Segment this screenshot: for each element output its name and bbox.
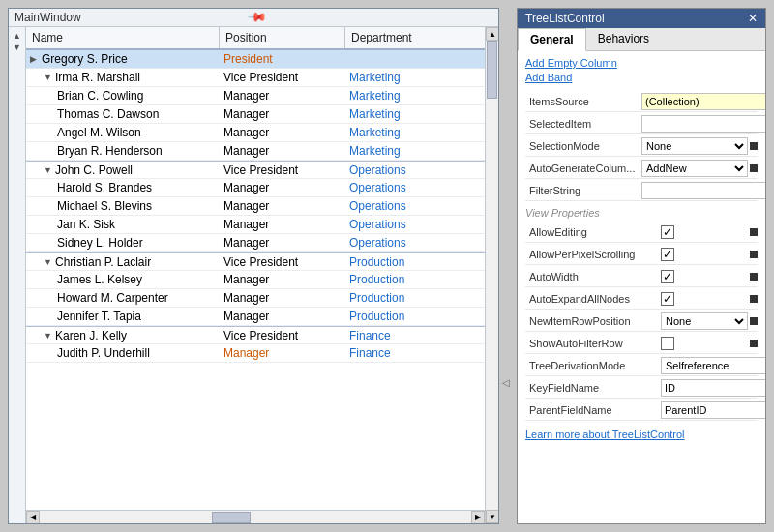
filter-string-label: FilterString xyxy=(525,183,641,198)
expand-icon[interactable]: ▼ xyxy=(44,331,53,340)
add-empty-column-link[interactable]: Add Empty Column xyxy=(525,57,758,69)
scroll-thumb-h[interactable] xyxy=(212,512,251,523)
dept-cell: Production xyxy=(345,289,485,308)
col-header-department[interactable]: Department xyxy=(345,27,485,48)
auto-generate-select[interactable]: AddNewAlwaysNever xyxy=(641,160,748,177)
expand-icon[interactable]: ▼ xyxy=(44,165,53,175)
key-field-label: KeyFieldName xyxy=(525,380,661,396)
close-icon[interactable]: ✕ xyxy=(748,12,758,25)
learn-more-link[interactable]: Learn more about TreeListControl xyxy=(525,429,758,440)
key-field-input[interactable] xyxy=(661,379,765,397)
position-cell: Manager xyxy=(220,234,345,252)
filter-string-input[interactable] xyxy=(641,182,765,199)
scroll-right-btn[interactable]: ▶ xyxy=(471,511,485,524)
allow-per-pixel-checkbox[interactable]: ✓ xyxy=(661,248,674,261)
name-cell: ▼ Christian P. Laclair xyxy=(26,253,220,271)
table-row[interactable]: Judith P. Underhill Manager Finance xyxy=(26,344,485,363)
allow-per-pixel-label: AllowPerPixelScrolling xyxy=(525,247,661,262)
table-row[interactable]: ▼ Karen J. Kelly Vice President Finance xyxy=(26,326,485,344)
col-header-position[interactable]: Position xyxy=(220,27,345,48)
allow-per-pixel-row: AllowPerPixelScrolling ✓ xyxy=(525,244,758,265)
items-source-value xyxy=(641,93,765,110)
table-row[interactable]: Howard M. Carpenter Manager Production xyxy=(26,289,485,308)
auto-expand-checkbox[interactable]: ✓ xyxy=(661,292,674,306)
new-item-row-pos-value: NoneTopBottom xyxy=(661,312,758,330)
allow-editing-checkbox[interactable]: ✓ xyxy=(661,225,674,239)
name-cell: ▶ Gregory S. Price xyxy=(26,50,220,69)
filter-string-row: FilterString ... xyxy=(525,180,758,201)
nav-arrow-down[interactable]: ▼ xyxy=(13,43,21,52)
allow-editing-row: AllowEditing ✓ xyxy=(525,222,758,243)
name-cell: Judith P. Underhill xyxy=(26,344,220,363)
parent-field-input[interactable] xyxy=(661,401,765,419)
table-row[interactable]: James L. Kelsey Manager Production xyxy=(26,271,485,289)
auto-width-checkbox[interactable]: ✓ xyxy=(661,270,674,283)
scroll-thumb-v[interactable] xyxy=(487,41,497,99)
show-auto-filter-checkbox[interactable] xyxy=(661,337,674,350)
row-name: Christian P. Laclair xyxy=(55,255,151,269)
expand-icon[interactable]: ▼ xyxy=(44,73,53,82)
position-cell: Manager xyxy=(220,344,345,363)
new-item-row-pos-select[interactable]: NoneTopBottom xyxy=(661,312,748,330)
tree-body: ▶ Gregory S. Price President ▼ Irma R. M… xyxy=(26,50,485,510)
scroll-track-v[interactable] xyxy=(486,41,498,510)
main-window-title: MainWindow xyxy=(15,11,81,24)
allow-editing-label: AllowEditing xyxy=(525,224,661,240)
tree-derivation-select[interactable]: SelfreferenceHierarchicalDataTemplate xyxy=(661,357,765,374)
add-band-link[interactable]: Add Band xyxy=(525,72,758,83)
auto-expand-value: ✓ xyxy=(661,292,758,306)
items-source-label: ItemsSource xyxy=(525,94,641,109)
scroll-down-btn[interactable]: ▼ xyxy=(486,510,498,523)
table-row[interactable]: Thomas C. Dawson Manager Marketing xyxy=(26,105,485,124)
table-row[interactable]: ▼ John C. Powell Vice President Operatio… xyxy=(26,161,485,179)
expand-icon[interactable]: ▶ xyxy=(30,54,40,64)
auto-width-square xyxy=(750,273,758,281)
nav-arrow-up[interactable]: ▲ xyxy=(13,31,21,41)
table-row[interactable]: ▼ Irma R. Marshall Vice President Market… xyxy=(26,69,485,87)
show-auto-filter-row: ShowAutoFilterRow xyxy=(525,333,758,354)
selection-mode-select[interactable]: NoneSingleMultiple xyxy=(641,137,748,155)
expand-icon[interactable]: ▼ xyxy=(44,257,53,267)
table-row[interactable]: Brian C. Cowling Manager Marketing xyxy=(26,87,485,105)
table-row[interactable]: ▼ Christian P. Laclair Vice President Pr… xyxy=(26,252,485,271)
auto-width-value: ✓ xyxy=(661,270,758,283)
name-cell: Harold S. Brandes xyxy=(26,179,220,197)
name-cell: Thomas C. Dawson xyxy=(26,105,220,124)
table-row[interactable]: ▶ Gregory S. Price President xyxy=(26,50,485,69)
position-cell: Manager xyxy=(220,271,345,289)
allow-editing-value: ✓ xyxy=(661,225,758,239)
table-row[interactable]: Michael S. Blevins Manager Operations xyxy=(26,197,485,216)
table-row[interactable]: Jennifer T. Tapia Manager Production xyxy=(26,308,485,326)
table-row[interactable]: Jan K. Sisk Manager Operations xyxy=(26,216,485,234)
selected-item-input[interactable] xyxy=(641,115,765,133)
position-cell: Manager xyxy=(220,197,345,216)
scroll-left-btn[interactable]: ◀ xyxy=(26,511,40,524)
col-header-name[interactable]: Name xyxy=(26,27,220,48)
table-row[interactable]: Bryan R. Henderson Manager Marketing xyxy=(26,142,485,161)
items-source-input[interactable] xyxy=(641,93,765,110)
table-row[interactable]: Sidney L. Holder Manager Operations xyxy=(26,234,485,252)
position-cell: Vice President xyxy=(220,327,345,344)
scroll-track-h[interactable] xyxy=(40,511,471,524)
row-name: Brian C. Cowling xyxy=(57,89,143,103)
tree-derivation-label: TreeDerivationMode xyxy=(525,358,661,373)
table-row[interactable]: Harold S. Brandes Manager Operations xyxy=(26,179,485,197)
right-panel-titlebar: TreeListControl ✕ xyxy=(518,9,765,28)
tab-general[interactable]: General xyxy=(518,28,586,51)
vertical-scrollbar[interactable]: ▲ ▼ xyxy=(485,27,498,523)
scroll-up-btn[interactable]: ▲ xyxy=(486,27,498,41)
selection-mode-square xyxy=(750,142,758,150)
row-name: Irma R. Marshall xyxy=(55,71,140,84)
row-name: Jan K. Sisk xyxy=(57,218,115,231)
horizontal-scrollbar[interactable]: ◀ ▶ xyxy=(26,510,485,523)
auto-expand-label: AutoExpandAllNodes xyxy=(525,291,661,307)
row-name: James L. Kelsey xyxy=(57,273,142,286)
tab-behaviors[interactable]: Behaviors xyxy=(586,28,661,50)
show-auto-filter-label: ShowAutoFilterRow xyxy=(525,336,661,351)
row-name: Michael S. Blevins xyxy=(57,199,152,213)
main-window: MainWindow ▲ ▼ Name Position Department xyxy=(8,8,499,524)
position-cell: Manager xyxy=(220,308,345,326)
dept-cell: Marketing xyxy=(345,105,485,124)
table-row[interactable]: Angel M. Wilson Manager Marketing xyxy=(26,124,485,142)
row-name: Bryan R. Henderson xyxy=(57,144,163,158)
